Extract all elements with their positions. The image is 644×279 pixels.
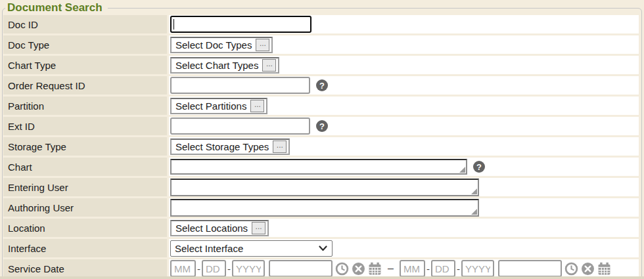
chart-type-label: Chart Type	[3, 56, 167, 74]
calendar-icon[interactable]	[368, 262, 382, 276]
to-month-input[interactable]	[400, 260, 425, 277]
chart-textarea[interactable]	[170, 159, 467, 175]
location-more-button[interactable]: ...	[252, 222, 265, 234]
storage-type-label: Storage Type	[3, 137, 167, 156]
chevron-down-icon	[319, 246, 327, 251]
to-year-input[interactable]	[461, 260, 494, 277]
partition-picker[interactable]: Select Partitions ...	[170, 98, 267, 114]
range-separator: –	[388, 263, 394, 274]
doc-type-label: Doc Type	[3, 35, 167, 54]
panel-title: Document Search	[5, 1, 108, 14]
doc-type-picker-label: Select Doc Types	[175, 39, 252, 51]
clock-icon[interactable]	[564, 262, 578, 276]
help-icon[interactable]: ?	[316, 120, 328, 132]
entering-user-label: Entering User	[3, 178, 167, 196]
storage-type-picker[interactable]: Select Storage Types ...	[170, 139, 290, 155]
authoring-user-textarea[interactable]	[170, 199, 479, 217]
from-time-input[interactable]	[269, 260, 333, 277]
row-interface: Interface Select Interface	[3, 239, 639, 257]
help-icon[interactable]: ?	[316, 79, 328, 91]
row-doc-type: Doc Type Select Doc Types ...	[3, 35, 639, 54]
to-day-input[interactable]	[431, 260, 455, 277]
to-time-input[interactable]	[498, 260, 562, 277]
row-chart: Chart ?	[3, 158, 639, 176]
clear-date-icon[interactable]	[581, 262, 595, 276]
row-entering-user: Entering User	[3, 178, 639, 196]
clipped-next-row	[0, 276, 644, 279]
interface-select[interactable]: Select Interface	[170, 240, 333, 257]
partition-more-button[interactable]: ...	[250, 100, 264, 112]
doc-id-label: Doc ID	[3, 15, 167, 33]
chart-label: Chart	[3, 158, 167, 176]
doc-id-input[interactable]	[170, 16, 311, 33]
from-month-input[interactable]	[170, 260, 196, 277]
location-picker[interactable]: Select Locations ...	[170, 220, 269, 236]
row-authoring-user: Authoring User	[3, 198, 639, 217]
service-date-from-group: - -	[170, 260, 382, 277]
ext-id-input[interactable]	[170, 118, 310, 135]
calendar-icon[interactable]	[597, 262, 611, 276]
partition-picker-label: Select Partitions	[175, 100, 246, 112]
doc-type-picker[interactable]: Select Doc Types ...	[170, 37, 273, 53]
help-icon[interactable]: ?	[473, 161, 485, 173]
from-day-input[interactable]	[202, 260, 226, 277]
service-date-label: Service Date	[3, 259, 167, 278]
row-storage-type: Storage Type Select Storage Types ...	[3, 137, 639, 156]
entering-user-textarea[interactable]	[170, 179, 479, 196]
doc-type-more-button[interactable]: ...	[256, 39, 269, 51]
text-cursor	[173, 19, 174, 30]
chart-type-more-button[interactable]: ...	[262, 59, 276, 72]
chart-type-picker[interactable]: Select Chart Types ...	[170, 57, 279, 74]
from-year-input[interactable]	[232, 260, 265, 277]
document-search-panel: Document Search Doc ID Doc Type Select D…	[2, 1, 642, 279]
row-partition: Partition Select Partitions ...	[3, 97, 639, 115]
location-picker-label: Select Locations	[175, 223, 248, 234]
row-doc-id: Doc ID	[3, 15, 639, 33]
date-separator: -	[197, 263, 200, 274]
storage-type-more-button[interactable]: ...	[273, 140, 287, 153]
order-request-id-label: Order Request ID	[3, 76, 167, 95]
ext-id-label: Ext ID	[3, 117, 167, 135]
date-separator: -	[426, 263, 430, 274]
date-separator: -	[227, 263, 231, 274]
row-chart-type: Chart Type Select Chart Types ...	[3, 56, 639, 74]
authoring-user-label: Authoring User	[3, 198, 167, 217]
row-order-request-id: Order Request ID ?	[3, 76, 639, 95]
row-location: Location Select Locations ...	[3, 219, 639, 237]
chart-type-picker-label: Select Chart Types	[175, 60, 258, 71]
location-label: Location	[3, 219, 167, 237]
row-service-date: Service Date - - –	[3, 259, 639, 278]
row-ext-id: Ext ID ?	[3, 117, 639, 135]
order-request-id-input[interactable]	[170, 77, 310, 94]
storage-type-picker-label: Select Storage Types	[175, 141, 269, 152]
interface-selected-value: Select Interface	[175, 243, 243, 254]
clock-icon[interactable]	[335, 262, 349, 276]
service-date-to-group: - -	[400, 260, 611, 277]
date-separator: -	[457, 263, 460, 274]
partition-label: Partition	[3, 97, 167, 115]
interface-label: Interface	[3, 239, 167, 257]
clear-date-icon[interactable]	[352, 262, 365, 276]
